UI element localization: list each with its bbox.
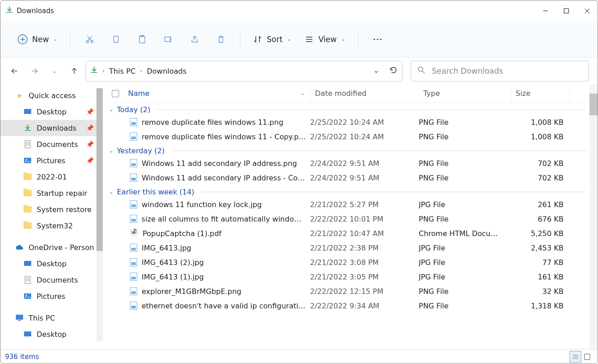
copy-button[interactable]	[106, 29, 126, 49]
details-view-button[interactable]	[569, 351, 581, 363]
sidebar-item-documents[interactable]: Documents	[0, 272, 103, 288]
svg-point-11	[380, 38, 381, 40]
file-date: 2/21/2022 10:47 AM	[310, 229, 419, 238]
sidebar-item-label: Desktop	[37, 330, 67, 339]
sidebar-item-documents[interactable]: Documents📌	[0, 136, 103, 152]
sidebar-item-pictures[interactable]: Pictures📌	[0, 152, 103, 169]
file-row[interactable]: IMG_6413.jpg2/21/2022 2:38 PMJPG File2,4…	[107, 241, 598, 255]
group-header[interactable]: ⌄Yesterday (2)	[107, 144, 598, 156]
sidebar-item-downloads[interactable]: Downloads📌	[0, 120, 103, 136]
up-button[interactable]	[66, 62, 83, 80]
file-row[interactable]: PopupCaptcha (1).pdf2/21/2022 10:47 AMCh…	[107, 226, 598, 241]
sidebar-item-label: Downloads	[37, 124, 77, 132]
svg-rect-5	[114, 36, 118, 43]
back-button[interactable]	[6, 62, 23, 80]
file-row[interactable]: explorer_M1GBrMGbpE.png2/22/2022 12:15 P…	[107, 284, 598, 298]
search-box[interactable]: Search Downloads	[411, 61, 589, 81]
file-date: 2/22/2022 12:15 PM	[310, 287, 419, 296]
file-row[interactable]: Windows 11 add secondary IP address.png2…	[107, 156, 598, 170]
file-row[interactable]: IMG_6413 (2).jpg2/21/2022 3:08 PMJPG Fil…	[107, 255, 598, 269]
recent-button[interactable]: ⌄	[46, 62, 63, 80]
file-row[interactable]: size all columns to fit automatically wi…	[107, 212, 598, 226]
svg-rect-8	[165, 37, 170, 42]
more-button[interactable]	[368, 29, 388, 49]
sidebar-thispc[interactable]: This PC	[0, 310, 103, 326]
sidebar-item-desktop[interactable]: Desktop	[0, 326, 103, 342]
share-button[interactable]	[185, 29, 205, 49]
sort-label: Sort	[267, 35, 282, 44]
crumb-thispc[interactable]: This PC	[109, 67, 136, 76]
rename-button[interactable]	[158, 29, 178, 49]
view-button[interactable]: View ⌄	[301, 32, 349, 47]
file-size: 702 KB	[511, 159, 565, 168]
item-icon	[23, 109, 32, 115]
svg-point-10	[377, 38, 378, 40]
forward-button[interactable]	[26, 62, 43, 80]
file-size: 1,318 KB	[511, 302, 565, 310]
group-label: Earlier this week (14)	[117, 188, 194, 196]
group-header[interactable]: ⌄Today (2)	[107, 103, 598, 115]
file-name: Windows 11 add secondary IP address.png	[142, 159, 297, 168]
delete-button[interactable]	[211, 29, 231, 49]
sort-button[interactable]: Sort ⌄	[249, 32, 295, 47]
chevron-down-icon: ⌄	[53, 36, 57, 42]
group-label: Today (2)	[117, 105, 150, 114]
select-all-checkbox[interactable]	[112, 90, 119, 97]
file-icon	[130, 118, 137, 126]
column-name[interactable]: Name ⌄	[112, 89, 310, 98]
file-type: PNG File	[419, 302, 511, 310]
chevron-down-icon[interactable]: ⌄	[373, 66, 379, 76]
close-button[interactable]	[577, 0, 598, 21]
file-row[interactable]: IMG_6413 (1).jpg2/21/2022 3:05 PMJPG Fil…	[107, 269, 598, 284]
file-icon	[130, 174, 137, 182]
file-row[interactable]: Windows 11 add secondary IP address - Co…	[107, 170, 598, 185]
crumb-downloads[interactable]: Downloads	[147, 67, 187, 76]
monitor-icon	[15, 314, 24, 321]
sidebar-item-desktop[interactable]: Desktop📌	[0, 104, 103, 120]
sidebar-item-startup-repair[interactable]: Startup repair	[0, 185, 103, 201]
sidebar-onedrive[interactable]: OneDrive - Person	[0, 239, 103, 255]
download-icon	[91, 66, 98, 76]
refresh-button[interactable]	[389, 66, 397, 76]
sidebar-scrollbar[interactable]	[96, 88, 103, 341]
group-header[interactable]: ⌄Earlier this week (14)	[107, 185, 598, 197]
content-scrollbar[interactable]	[589, 85, 598, 349]
file-name: size all columns to fit automatically wi…	[142, 215, 306, 223]
scrollbar-thumb[interactable]	[96, 88, 103, 251]
thumbnails-view-button[interactable]	[581, 351, 593, 363]
column-size[interactable]: Size	[511, 85, 570, 102]
minimize-button[interactable]	[535, 0, 556, 21]
sidebar-item-2022-01[interactable]: 2022-01	[0, 169, 103, 185]
sidebar-item-pictures[interactable]: Pictures	[0, 288, 103, 304]
sidebar-quick-access[interactable]: ★ Quick access	[0, 87, 103, 104]
svg-rect-14	[25, 141, 30, 148]
maximize-button[interactable]	[556, 0, 577, 21]
new-button[interactable]: New ⌄	[14, 32, 61, 47]
scrollbar-thumb[interactable]	[589, 94, 598, 115]
sidebar-item-label: Startup repair	[37, 189, 87, 198]
chevron-down-icon: ⌄	[301, 90, 305, 96]
file-row[interactable]: windows 11 function key lock.jpg2/21/202…	[107, 197, 598, 212]
file-name: IMG_6413 (2).jpg	[142, 258, 204, 267]
chevron-right-icon: ›	[138, 68, 144, 74]
file-row[interactable]: ethernet doesn't have a valid ip configu…	[107, 298, 598, 313]
sidebar-item-system32[interactable]: System32	[0, 217, 103, 234]
paste-button[interactable]	[132, 29, 152, 49]
file-icon	[130, 244, 137, 252]
column-type[interactable]: Type	[419, 85, 511, 102]
col-name-label: Name	[128, 89, 149, 98]
address-bar[interactable]: › This PC › Downloads ⌄	[86, 61, 402, 81]
column-date[interactable]: Date modified	[310, 85, 419, 102]
file-type: PNG File	[419, 118, 511, 127]
item-icon	[23, 206, 32, 213]
sidebar-item-desktop[interactable]: Desktop	[0, 255, 103, 272]
file-name: IMG_6413 (1).jpg	[142, 273, 204, 281]
sidebar-item-label: Desktop	[37, 260, 67, 268]
file-row[interactable]: remove duplicate files windows 11.png2/2…	[107, 115, 598, 129]
file-icon	[130, 287, 137, 295]
cut-button[interactable]	[80, 29, 100, 49]
file-row[interactable]: remove duplicate files windows 11 - Copy…	[107, 129, 598, 144]
sidebar-item-system-restore[interactable]: System restore	[0, 201, 103, 217]
file-type: JPG File	[419, 273, 511, 281]
svg-rect-20	[24, 261, 31, 266]
